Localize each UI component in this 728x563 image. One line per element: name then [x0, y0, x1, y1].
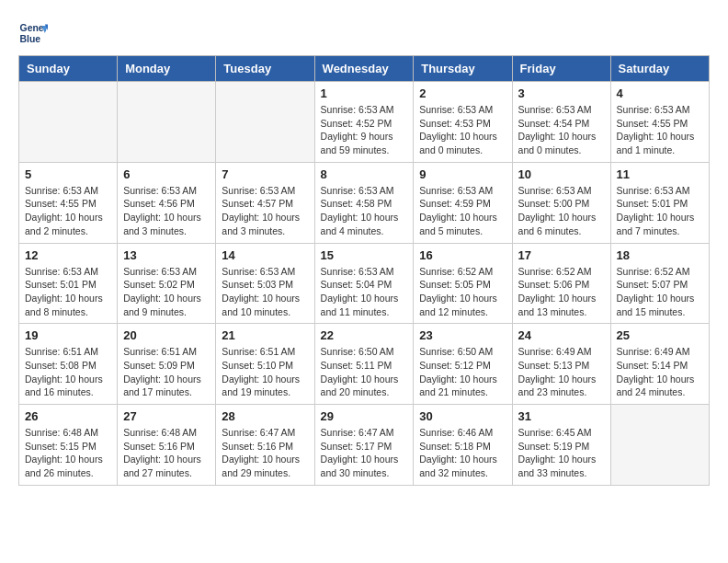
header: General Blue — [18, 18, 710, 48]
day-number: 20 — [123, 328, 210, 342]
day-number: 22 — [321, 328, 408, 342]
day-header-wednesday: Wednesday — [314, 56, 414, 82]
calendar-cell: 26Sunrise: 6:48 AMSunset: 5:15 PMDayligh… — [19, 405, 118, 486]
calendar-cell: 12Sunrise: 6:53 AMSunset: 5:01 PMDayligh… — [19, 243, 118, 324]
calendar-cell: 28Sunrise: 6:47 AMSunset: 5:16 PMDayligh… — [216, 405, 314, 486]
day-number: 15 — [321, 248, 408, 262]
day-number: 17 — [518, 248, 605, 262]
day-info: Sunrise: 6:53 AMSunset: 4:55 PMDaylight:… — [617, 103, 703, 157]
calendar-cell: 21Sunrise: 6:51 AMSunset: 5:10 PMDayligh… — [216, 324, 314, 405]
day-info: Sunrise: 6:52 AMSunset: 5:06 PMDaylight:… — [518, 265, 605, 319]
day-info: Sunrise: 6:53 AMSunset: 5:02 PMDaylight:… — [123, 265, 210, 319]
day-number: 11 — [617, 167, 703, 181]
day-number: 8 — [321, 167, 408, 181]
day-number: 28 — [222, 409, 308, 423]
day-number: 13 — [123, 248, 210, 262]
day-number: 30 — [419, 409, 506, 423]
day-info: Sunrise: 6:53 AMSunset: 5:01 PMDaylight:… — [25, 265, 111, 319]
calendar-cell: 24Sunrise: 6:49 AMSunset: 5:13 PMDayligh… — [512, 324, 610, 405]
day-info: Sunrise: 6:50 AMSunset: 5:11 PMDaylight:… — [321, 345, 408, 399]
calendar-cell — [19, 82, 118, 163]
day-header-saturday: Saturday — [610, 56, 709, 82]
day-number: 25 — [617, 328, 703, 342]
day-info: Sunrise: 6:53 AMSunset: 5:03 PMDaylight:… — [222, 265, 308, 319]
calendar-cell: 16Sunrise: 6:52 AMSunset: 5:05 PMDayligh… — [414, 243, 512, 324]
calendar-cell: 19Sunrise: 6:51 AMSunset: 5:08 PMDayligh… — [19, 324, 118, 405]
calendar-cell: 5Sunrise: 6:53 AMSunset: 4:55 PMDaylight… — [19, 162, 118, 243]
day-number: 2 — [419, 86, 506, 100]
day-number: 6 — [123, 167, 210, 181]
day-info: Sunrise: 6:53 AMSunset: 4:59 PMDaylight:… — [419, 184, 506, 238]
day-number: 4 — [617, 86, 703, 100]
calendar-cell: 7Sunrise: 6:53 AMSunset: 4:57 PMDaylight… — [216, 162, 314, 243]
day-info: Sunrise: 6:46 AMSunset: 5:18 PMDaylight:… — [419, 426, 506, 480]
calendar-cell: 3Sunrise: 6:53 AMSunset: 4:54 PMDaylight… — [512, 82, 610, 163]
logo-icon: General Blue — [18, 18, 48, 48]
day-number: 19 — [25, 328, 111, 342]
day-info: Sunrise: 6:51 AMSunset: 5:08 PMDaylight:… — [25, 345, 111, 399]
day-info: Sunrise: 6:53 AMSunset: 4:55 PMDaylight:… — [25, 184, 111, 238]
day-info: Sunrise: 6:53 AMSunset: 4:58 PMDaylight:… — [321, 184, 408, 238]
calendar-cell: 18Sunrise: 6:52 AMSunset: 5:07 PMDayligh… — [610, 243, 709, 324]
calendar-cell — [118, 82, 216, 163]
day-header-thursday: Thursday — [414, 56, 512, 82]
calendar: SundayMondayTuesdayWednesdayThursdayFrid… — [18, 55, 710, 486]
day-number: 21 — [222, 328, 308, 342]
day-info: Sunrise: 6:47 AMSunset: 5:16 PMDaylight:… — [222, 426, 308, 480]
day-number: 18 — [617, 248, 703, 262]
page: General Blue SundayMondayTuesdayWednesda… — [0, 0, 728, 504]
day-info: Sunrise: 6:53 AMSunset: 4:56 PMDaylight:… — [123, 184, 210, 238]
day-header-monday: Monday — [118, 56, 216, 82]
day-info: Sunrise: 6:53 AMSunset: 5:04 PMDaylight:… — [321, 265, 408, 319]
calendar-cell: 30Sunrise: 6:46 AMSunset: 5:18 PMDayligh… — [414, 405, 512, 486]
calendar-cell — [610, 405, 709, 486]
calendar-cell: 13Sunrise: 6:53 AMSunset: 5:02 PMDayligh… — [118, 243, 216, 324]
calendar-cell: 8Sunrise: 6:53 AMSunset: 4:58 PMDaylight… — [314, 162, 414, 243]
day-number: 29 — [321, 409, 408, 423]
calendar-cell: 23Sunrise: 6:50 AMSunset: 5:12 PMDayligh… — [414, 324, 512, 405]
calendar-cell: 17Sunrise: 6:52 AMSunset: 5:06 PMDayligh… — [512, 243, 610, 324]
day-number: 7 — [222, 167, 308, 181]
day-number: 23 — [419, 328, 506, 342]
svg-text:Blue: Blue — [20, 34, 41, 44]
calendar-cell: 27Sunrise: 6:48 AMSunset: 5:16 PMDayligh… — [118, 405, 216, 486]
day-number: 31 — [518, 409, 605, 423]
day-info: Sunrise: 6:53 AMSunset: 4:57 PMDaylight:… — [222, 184, 308, 238]
calendar-cell: 10Sunrise: 6:53 AMSunset: 5:00 PMDayligh… — [512, 162, 610, 243]
calendar-cell: 9Sunrise: 6:53 AMSunset: 4:59 PMDaylight… — [414, 162, 512, 243]
day-info: Sunrise: 6:52 AMSunset: 5:05 PMDaylight:… — [419, 265, 506, 319]
day-info: Sunrise: 6:52 AMSunset: 5:07 PMDaylight:… — [617, 265, 703, 319]
day-number: 16 — [419, 248, 506, 262]
calendar-cell: 25Sunrise: 6:49 AMSunset: 5:14 PMDayligh… — [610, 324, 709, 405]
calendar-cell: 29Sunrise: 6:47 AMSunset: 5:17 PMDayligh… — [314, 405, 414, 486]
day-info: Sunrise: 6:45 AMSunset: 5:19 PMDaylight:… — [518, 426, 605, 480]
day-number: 24 — [518, 328, 605, 342]
day-info: Sunrise: 6:49 AMSunset: 5:14 PMDaylight:… — [617, 345, 703, 399]
day-info: Sunrise: 6:47 AMSunset: 5:17 PMDaylight:… — [321, 426, 408, 480]
calendar-cell: 11Sunrise: 6:53 AMSunset: 5:01 PMDayligh… — [610, 162, 709, 243]
calendar-cell: 31Sunrise: 6:45 AMSunset: 5:19 PMDayligh… — [512, 405, 610, 486]
day-info: Sunrise: 6:48 AMSunset: 5:16 PMDaylight:… — [123, 426, 210, 480]
day-info: Sunrise: 6:48 AMSunset: 5:15 PMDaylight:… — [25, 426, 111, 480]
day-header-tuesday: Tuesday — [216, 56, 314, 82]
calendar-cell: 1Sunrise: 6:53 AMSunset: 4:52 PMDaylight… — [314, 82, 414, 163]
day-number: 14 — [222, 248, 308, 262]
day-header-friday: Friday — [512, 56, 610, 82]
calendar-cell: 20Sunrise: 6:51 AMSunset: 5:09 PMDayligh… — [118, 324, 216, 405]
day-number: 27 — [123, 409, 210, 423]
day-info: Sunrise: 6:53 AMSunset: 4:52 PMDaylight:… — [321, 103, 408, 157]
day-info: Sunrise: 6:53 AMSunset: 4:54 PMDaylight:… — [518, 103, 605, 157]
calendar-cell: 15Sunrise: 6:53 AMSunset: 5:04 PMDayligh… — [314, 243, 414, 324]
calendar-cell: 22Sunrise: 6:50 AMSunset: 5:11 PMDayligh… — [314, 324, 414, 405]
logo-area: General Blue — [18, 18, 51, 48]
day-info: Sunrise: 6:53 AMSunset: 5:01 PMDaylight:… — [617, 184, 703, 238]
day-info: Sunrise: 6:53 AMSunset: 4:53 PMDaylight:… — [419, 103, 506, 157]
day-info: Sunrise: 6:50 AMSunset: 5:12 PMDaylight:… — [419, 345, 506, 399]
week-row-5: 26Sunrise: 6:48 AMSunset: 5:15 PMDayligh… — [19, 405, 710, 486]
day-number: 5 — [25, 167, 111, 181]
day-number: 3 — [518, 86, 605, 100]
day-number: 9 — [419, 167, 506, 181]
day-info: Sunrise: 6:49 AMSunset: 5:13 PMDaylight:… — [518, 345, 605, 399]
week-row-3: 12Sunrise: 6:53 AMSunset: 5:01 PMDayligh… — [19, 243, 710, 324]
day-number: 10 — [518, 167, 605, 181]
